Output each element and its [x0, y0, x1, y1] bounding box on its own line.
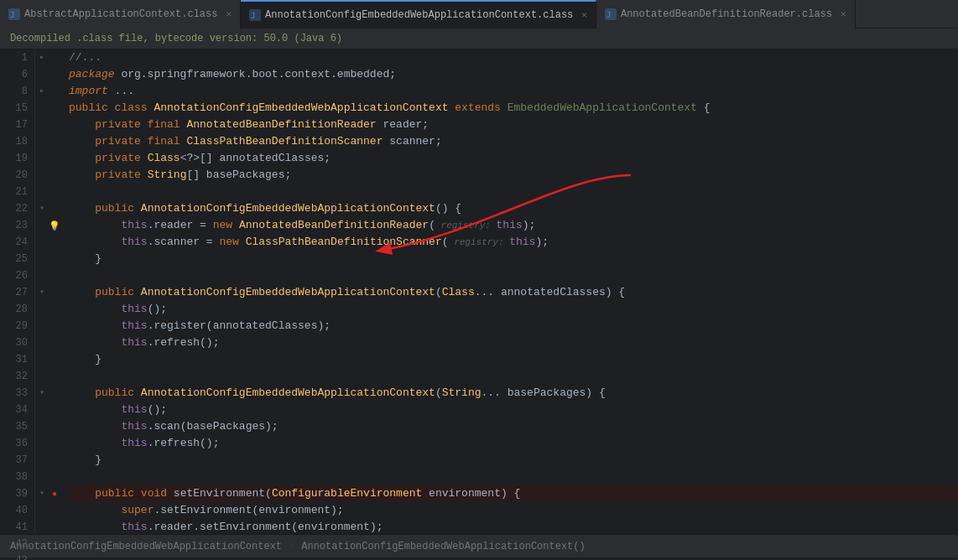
ln-37: 37 — [0, 452, 28, 469]
tab-abstract-label: AbstractApplicationContext.class — [24, 8, 217, 20]
tab-annotated[interactable]: J AnnotatedBeanDefinitionReader.class ✕ — [596, 0, 856, 29]
fold-34 — [35, 402, 49, 418]
code-line-19: private Class<?>[] annotatedClasses; — [69, 150, 958, 167]
ln-18: 18 — [0, 133, 28, 150]
breakpoint-39[interactable]: ● — [49, 485, 60, 502]
ln-34: 34 — [0, 402, 28, 418]
code-line-27: public AnnotationConfigEmbeddedWebApplic… — [69, 284, 958, 301]
code-line-35: this.scan(basePackages); — [69, 418, 958, 435]
fold-37 — [35, 452, 49, 469]
fold-24 — [35, 234, 49, 251]
svg-text:J: J — [251, 12, 255, 20]
status-sep: › — [289, 541, 294, 552]
code-line-17: private final AnnotatedBeanDefinitionRea… — [69, 117, 958, 133]
fold-33[interactable]: ▾ — [35, 385, 49, 402]
code-line-32 — [69, 368, 958, 385]
code-line-23: this.reader = new AnnotatedBeanDefinitio… — [69, 217, 958, 234]
java-icon-1: J — [8, 8, 20, 20]
tab-bar: J AbstractApplicationContext.class ✕ J A… — [0, 0, 958, 29]
fold-38 — [35, 469, 49, 485]
fold-28 — [35, 301, 49, 318]
ln-41: 41 — [0, 519, 28, 536]
svg-text:J: J — [10, 11, 14, 19]
ln-38: 38 — [0, 469, 28, 485]
fold-27[interactable]: ▾ — [35, 284, 49, 301]
ln-1: 1 — [0, 49, 28, 66]
tab-annotation-label: AnnotationConfigEmbeddedWebApplicationCo… — [265, 9, 573, 21]
fold-36 — [35, 435, 49, 452]
fold-8[interactable]: ▸ — [35, 83, 49, 100]
tab-annotation-close[interactable]: ✕ — [581, 9, 587, 20]
svg-text:J: J — [607, 11, 611, 19]
ln-27: 27 — [0, 284, 28, 301]
editor-wrapper: 1 6 8 15 17 18 19 20 21 22 23 24 25 26 2… — [0, 49, 958, 534]
fold-20 — [35, 167, 49, 184]
code-line-41: this.reader.setEnvironment(environment); — [69, 519, 958, 534]
code-line-25: } — [69, 251, 958, 267]
tab-abstract-close[interactable]: ✕ — [226, 8, 232, 19]
code-line-20: private String[] basePackages; — [69, 167, 958, 184]
ln-21: 21 — [0, 184, 28, 200]
notice-text: Decompiled .class file, bytecode version… — [10, 33, 342, 44]
ln-29: 29 — [0, 318, 28, 334]
ln-19: 19 — [0, 150, 28, 167]
code-line-21 — [69, 184, 958, 200]
code-area: //... package org.springframework.boot.c… — [60, 49, 958, 534]
fold-40 — [35, 502, 49, 519]
fold-gutter: ▸ ▸ ▾ ▾ ▾ ▾ ▾ — [35, 49, 49, 534]
code-line-33: public AnnotationConfigEmbeddedWebApplic… — [69, 385, 958, 402]
tab-abstract[interactable]: J AbstractApplicationContext.class ✕ — [0, 0, 241, 29]
code-line-36: this.refresh(); — [69, 435, 958, 452]
lightbulb-23[interactable]: 💡 — [49, 217, 60, 234]
code-line-1: //... — [69, 49, 958, 66]
code-line-26 — [69, 267, 958, 284]
code-line-24: this.scanner = new ClassPathBeanDefiniti… — [69, 234, 958, 251]
java-icon-2: J — [249, 9, 261, 21]
code-line-37: } — [69, 452, 958, 469]
ln-8: 8 — [0, 83, 28, 100]
ln-17: 17 — [0, 117, 28, 133]
ln-25: 25 — [0, 251, 28, 267]
fold-23 — [35, 217, 49, 234]
fold-26 — [35, 267, 49, 284]
ln-36: 36 — [0, 435, 28, 452]
ln-23: 23 — [0, 217, 28, 234]
ln-30: 30 — [0, 334, 28, 351]
code-line-18: private final ClassPathBeanDefinitionSca… — [69, 133, 958, 150]
tab-annotated-label: AnnotatedBeanDefinitionReader.class — [621, 8, 832, 20]
code-line-34: this(); — [69, 402, 958, 418]
editor-main: //... package org.springframework.boot.c… — [60, 49, 958, 534]
tab-annotated-close[interactable]: ✕ — [841, 8, 846, 19]
fold-6 — [35, 66, 49, 83]
gutter-area: ● 💡 — [49, 49, 60, 534]
fold-15 — [35, 100, 49, 117]
status-bar: AnnotationConfigEmbeddedWebApplicationCo… — [0, 534, 958, 557]
code-line-15: public class AnnotationConfigEmbeddedWeb… — [69, 100, 958, 117]
code-line-29: this.register(annotatedClasses); — [69, 318, 958, 334]
code-line-28: this(); — [69, 301, 958, 318]
fold-39[interactable]: ▾ — [35, 485, 49, 502]
fold-25 — [35, 251, 49, 267]
fold-21 — [35, 184, 49, 200]
code-line-39: public void setEnvironment(ConfigurableE… — [69, 485, 958, 502]
ln-6: 6 — [0, 66, 28, 83]
ln-15: 15 — [0, 100, 28, 117]
ln-28: 28 — [0, 301, 28, 318]
ln-26: 26 — [0, 267, 28, 284]
code-line-6: package org.springframework.boot.context… — [69, 66, 958, 83]
ln-33: 33 — [0, 385, 28, 402]
fold-22[interactable]: ▾ — [35, 200, 49, 217]
fold-30 — [35, 334, 49, 351]
status-breadcrumb1: AnnotationConfigEmbeddedWebApplicationCo… — [10, 541, 282, 552]
tab-annotation[interactable]: J AnnotationConfigEmbeddedWebApplication… — [241, 0, 596, 29]
ln-22: 22 — [0, 200, 28, 217]
code-line-38 — [69, 469, 958, 485]
code-line-40: super.setEnvironment(environment); — [69, 502, 958, 519]
fold-35 — [35, 418, 49, 435]
ln-35: 35 — [0, 418, 28, 435]
notice-bar: Decompiled .class file, bytecode version… — [0, 29, 958, 49]
code-line-31: } — [69, 351, 958, 368]
fold-29 — [35, 318, 49, 334]
ln-24: 24 — [0, 234, 28, 251]
fold-1[interactable]: ▸ — [35, 49, 49, 66]
